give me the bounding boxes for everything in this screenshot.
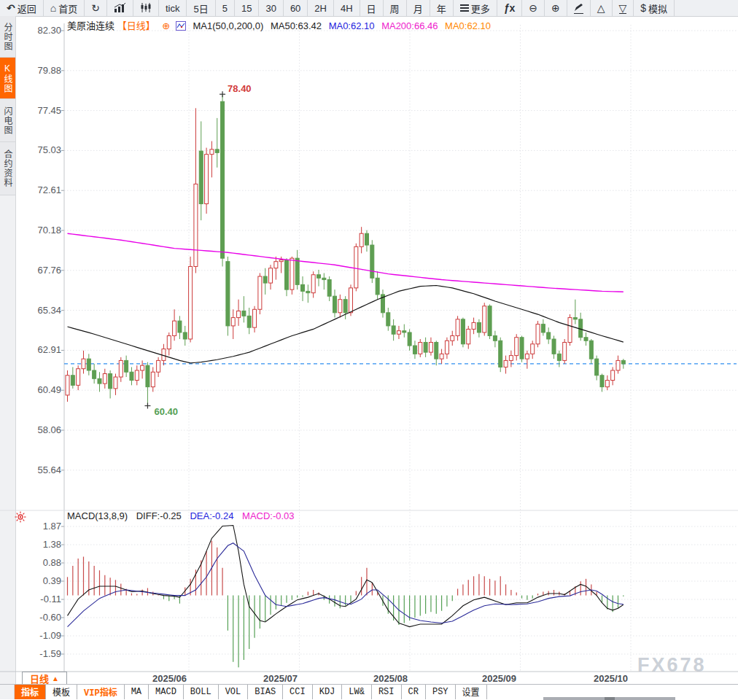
interval-tick[interactable]: tick [159, 0, 187, 16]
bb-boll[interactable]: BOLL [184, 685, 219, 699]
simulate-trade-button[interactable]: $模拟 [634, 0, 675, 16]
low-price-annotation: 60.40 [154, 406, 178, 417]
ma50-value: MA50:63.42 [271, 20, 322, 31]
macd-legend: MACD(13,8,9) DIFF:-0.25 DEA:-0.24 MACD:-… [67, 510, 300, 521]
price-axis-label: 79.88 [22, 65, 61, 76]
triangle-down-tool-button[interactable]: ▽ [613, 0, 634, 16]
price-axis-label: 60.49 [22, 384, 61, 395]
interval-60min-label: 60 [290, 3, 300, 14]
simulate-trade-button-label: 模拟 [648, 1, 667, 15]
interval-4h-label: 4H [341, 3, 353, 14]
macd-axis-label: -0.11 [22, 594, 61, 604]
period-selector-label: 日线 [30, 672, 49, 685]
triangle-up-icon: △ [597, 3, 605, 13]
pencil-icon [574, 3, 583, 14]
ma0-blue-value: MA0:62.10 [329, 20, 375, 31]
bb-template[interactable]: 模板 [46, 685, 77, 699]
date-label: 2025/07 [263, 673, 298, 684]
interval-month[interactable]: 月 [407, 0, 430, 16]
symbol-name: 美原油连续 [67, 20, 114, 31]
candlestick-view-button[interactable] [133, 0, 159, 16]
bar-chart-icon [114, 3, 126, 14]
back-button[interactable]: ↶返回 [0, 0, 44, 16]
macd-axis-label: 0.39 [22, 575, 61, 586]
interval-15min-label: 15 [241, 3, 252, 14]
macd-axis-label: -0.60 [22, 612, 61, 623]
interval-2h-label: 2H [314, 3, 327, 14]
price-axis-label: 62.91 [22, 344, 61, 355]
back-button-label: 返回 [18, 1, 36, 15]
refresh-icon: ↻ [91, 3, 100, 13]
home-icon: ⌂ [50, 3, 56, 13]
interval-year[interactable]: 年 [430, 0, 454, 16]
high-price-annotation: 78.40 [228, 83, 252, 94]
interval-5min[interactable]: 5 [216, 0, 235, 16]
macd-dea-value: DEA:-0.24 [190, 510, 233, 521]
bb-indicator[interactable]: 指标 [15, 685, 46, 699]
bb-settings[interactable]: 设置 [456, 685, 487, 699]
bb-kdj[interactable]: KDJ [313, 685, 343, 699]
bottom-toolbar-spacer [0, 685, 15, 699]
price-axis-label: 75.03 [22, 144, 61, 155]
price-axis-label: 77.45 [22, 105, 61, 116]
indicator-fx-button[interactable]: ƒx [497, 0, 523, 16]
macd-axis-label: -1.09 [22, 630, 61, 641]
interval-2h[interactable]: 2H [308, 0, 334, 16]
refresh-button[interactable]: ↻ [85, 0, 107, 16]
bb-cr[interactable]: CR [402, 685, 426, 699]
ma-indicator-icon [176, 20, 186, 31]
menu-icon [460, 3, 469, 13]
triangle-down-icon: ▽ [619, 3, 627, 14]
date-label: 2025/10 [594, 673, 628, 684]
top-toolbar: ↶返回⌂首页↻tick5日51530602H4H日周月年更多ƒx⊖⊕△▽$模拟 [0, 0, 738, 17]
interval-day[interactable]: 日 [360, 0, 384, 16]
price-axis-label: 65.34 [22, 305, 61, 316]
price-axis-label: 72.61 [22, 184, 61, 195]
interval-5day[interactable]: 5日 [187, 0, 215, 16]
bar-chart-view-button[interactable] [107, 0, 133, 16]
more-menu-button[interactable]: 更多 [454, 0, 497, 16]
trading-app-window: ↶返回⌂首页↻tick5日51530602H4H日周月年更多ƒx⊖⊕△▽$模拟 … [0, 0, 738, 700]
bb-lw[interactable]: LW& [342, 685, 372, 699]
interval-year-label: 年 [437, 1, 446, 15]
macd-axis-label: -1.59 [22, 648, 61, 659]
price-axis-label: 67.76 [22, 265, 61, 276]
interval-60min[interactable]: 60 [284, 0, 308, 16]
back-arrow-icon: ↶ [7, 3, 15, 13]
interval-5day-label: 5日 [193, 1, 208, 15]
bb-cci[interactable]: CCI [283, 685, 313, 699]
price-axis-label: 58.06 [22, 424, 61, 435]
ma-settings-label: MA1(50,0,200,0) [193, 20, 263, 31]
bb-rsi[interactable]: RSI [372, 685, 402, 699]
zoom-in-button[interactable]: ⊕ [545, 0, 567, 16]
macd-axis-label: 1.87 [22, 521, 61, 532]
date-label: 2025/08 [373, 673, 408, 684]
triangle-up-tool-button[interactable]: △ [591, 0, 613, 16]
horizontal-scrollbar[interactable] [543, 697, 675, 700]
home-button-label: 首页 [58, 1, 77, 15]
macd-axis-label: 0.88 [22, 557, 61, 568]
bb-vip-indicator[interactable]: VIP指标 [77, 685, 125, 699]
bb-vol[interactable]: VOL [219, 685, 249, 699]
chevron-up-icon: ▲ [52, 674, 59, 682]
chart-legend: 美原油连续 【日线】 ⊕ MA1(50,0,200,0) MA50:63.42 … [67, 18, 495, 32]
bb-bias[interactable]: BIAS [248, 685, 283, 699]
period-tag: 【日线】 [117, 20, 155, 31]
interval-4h[interactable]: 4H [334, 0, 360, 16]
zoom-out-button[interactable]: ⊖ [522, 0, 545, 16]
draw-tool-button[interactable] [567, 0, 591, 16]
bb-ma[interactable]: MA [125, 685, 149, 699]
more-menu-button-label: 更多 [471, 1, 490, 15]
interval-30min[interactable]: 30 [259, 0, 283, 16]
home-button[interactable]: ⌂首页 [44, 0, 85, 16]
bb-macd[interactable]: MACD [149, 685, 184, 699]
chart-canvas[interactable]: 78.4060.40 [0, 16, 738, 672]
interval-week[interactable]: 周 [384, 0, 407, 16]
period-selector[interactable]: 日线 ▲ [22, 672, 67, 685]
date-label: 2025/06 [152, 673, 187, 684]
bb-psy[interactable]: PSY [426, 685, 456, 699]
interval-15min[interactable]: 15 [235, 0, 259, 16]
macd-diff-value: DIFF:-0.25 [136, 510, 182, 521]
macd-macd-value: MACD:-0.03 [242, 510, 295, 521]
add-indicator-icon[interactable]: ⊕ [162, 20, 170, 31]
